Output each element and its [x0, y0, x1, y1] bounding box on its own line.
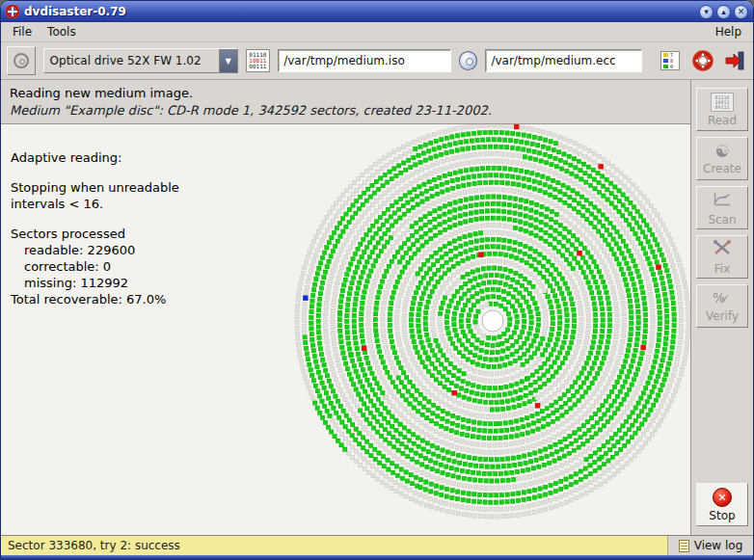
binary-row: 00111	[714, 105, 729, 110]
life-ring-icon	[692, 50, 714, 71]
close-button[interactable]: ✕	[734, 5, 748, 19]
preferences-icon: 7 8 0	[660, 51, 680, 70]
maximize-icon: ▴	[721, 6, 726, 18]
stop-button-label: Stop	[709, 509, 735, 522]
read-button[interactable]: 01110 10011 00111 Read	[696, 88, 748, 131]
sectors-heading: Sectors processed	[11, 226, 179, 242]
help-button[interactable]	[690, 48, 715, 73]
minimize-button[interactable]: ▾	[699, 5, 714, 19]
read-binary-icon: 01110 10011 00111	[711, 93, 734, 112]
menubar: File Tools Help	[1, 22, 753, 42]
preferences-icon-row: 0	[663, 65, 677, 69]
menu-tools[interactable]: Tools	[40, 23, 84, 40]
verify-button[interactable]: % ✓ Verify	[696, 284, 748, 328]
status-message: Sector 333680, try 2: success	[1, 536, 668, 555]
preferences-icon-row: 8	[663, 59, 677, 64]
color-chip	[663, 53, 668, 57]
scan-button-label: Scan	[708, 213, 736, 227]
statusbar: Sector 333680, try 2: success View log	[1, 535, 753, 555]
x-glyph: ✕	[717, 493, 726, 503]
scan-button[interactable]: Scan	[696, 186, 748, 229]
fix-button-label: Fix	[714, 262, 730, 276]
drive-combobox[interactable]: Optical drive 52X FW 1.02 ▼	[43, 48, 238, 73]
titlebar[interactable]: dvdisaster-0.79 ▾ ▴ ✕	[1, 1, 753, 22]
prefs-digit: 8	[670, 59, 673, 64]
status-line-1: Reading new medium image.	[10, 85, 682, 102]
binary-row: 00111	[249, 64, 266, 69]
stopping-line-1: Stopping when unreadable	[11, 179, 179, 196]
minimize-icon: ▾	[704, 6, 709, 18]
left-column: Reading new medium image. Medium "Exampl…	[1, 80, 690, 535]
color-chip	[663, 65, 668, 68]
prefs-digit: 7	[670, 53, 673, 58]
ecc-file-icon	[459, 51, 478, 70]
fix-button[interactable]: Fix	[696, 235, 748, 279]
color-chip	[663, 59, 668, 63]
action-sidebar: 01110 10011 00111 Read ☯ Create	[690, 80, 753, 535]
menu-help[interactable]: Help	[708, 23, 749, 40]
chevron-down-icon[interactable]: ▼	[219, 49, 237, 72]
verify-button-label: Verify	[706, 309, 739, 323]
preferences-icon-row: 7	[663, 53, 677, 58]
menu-file[interactable]: File	[5, 23, 40, 40]
stop-button[interactable]: ✕ Stop	[696, 483, 748, 526]
drive-combobox-value: Optical drive 52X FW 1.02	[44, 49, 219, 72]
close-icon: ✕	[738, 6, 745, 18]
adaptive-heading: Adaptive reading:	[11, 149, 179, 166]
quit-icon	[724, 50, 745, 71]
preferences-button[interactable]: 7 8 0	[658, 48, 683, 73]
status-line-2: Medium "Example disc": CD-R mode 1, 3425…	[10, 102, 682, 120]
verify-icon: % ✓	[713, 290, 732, 307]
reading-info-panel: Adaptive reading: Stopping when unreadab…	[11, 149, 179, 307]
fix-tools-icon	[713, 239, 732, 260]
view-log-label: View log	[694, 539, 743, 552]
ecc-path-input[interactable]	[485, 49, 642, 72]
missing-count: missing: 112992	[11, 275, 179, 291]
status-area: Reading new medium image. Medium "Exampl…	[1, 80, 690, 124]
create-button-label: Create	[703, 162, 741, 175]
yin-yang-icon: ☯	[714, 143, 729, 160]
app-icon	[6, 5, 19, 18]
toolbar: Optical drive 52X FW 1.02 ▼ 01110 10011 …	[1, 42, 753, 80]
readable-count: readable: 229600	[11, 242, 179, 258]
spacer	[11, 166, 179, 179]
drive-select-button[interactable]	[7, 46, 36, 75]
check-glyph: ✓	[720, 292, 730, 306]
content-row: Reading new medium image. Medium "Exampl…	[1, 80, 753, 535]
spacer	[11, 212, 179, 226]
read-button-label: Read	[708, 114, 737, 127]
maximize-button[interactable]: ▴	[716, 5, 731, 19]
app-window: dvdisaster-0.79 ▾ ▴ ✕ File Tools Help Op…	[0, 0, 754, 560]
correctable-count: correctable: 0	[11, 258, 179, 275]
create-button[interactable]: ☯ Create	[696, 137, 748, 180]
stopping-line-2: intervals < 16.	[11, 196, 179, 212]
view-log-button[interactable]: View log	[668, 536, 753, 555]
window-title: dvdisaster-0.79	[24, 5, 696, 18]
main-panel: Adaptive reading: Stopping when unreadab…	[1, 124, 690, 535]
window-bottom-frame	[1, 555, 753, 559]
disc-icon	[13, 53, 29, 68]
prefs-digit: 0	[670, 65, 673, 69]
total-recoverable: Total recoverable: 67.0%	[11, 291, 179, 307]
scan-chart-icon	[713, 190, 732, 211]
log-file-icon	[679, 540, 689, 552]
iso-path-input[interactable]	[278, 49, 450, 72]
image-file-icon: 01110 10011 00111	[246, 49, 271, 72]
quit-button[interactable]	[722, 48, 747, 73]
medium-spiral-canvas	[290, 124, 690, 523]
stop-icon: ✕	[713, 488, 732, 507]
